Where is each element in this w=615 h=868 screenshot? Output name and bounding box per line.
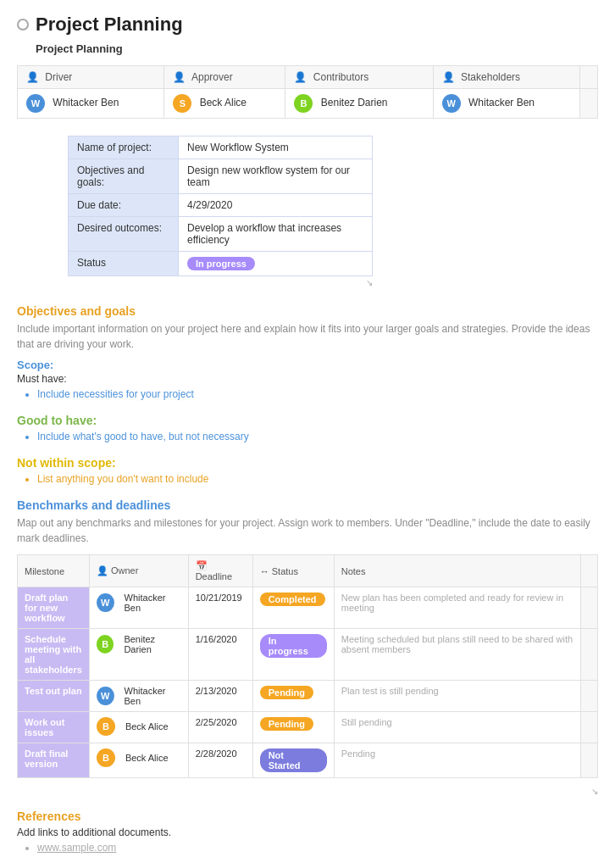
info-label-duedate: Due date:: [69, 194, 179, 217]
milestone-col-deadline: 📅 Deadline: [188, 555, 252, 587]
milestone-owner-5: B Beck Alice: [89, 743, 188, 778]
raci-stakeholder-avatar: W: [442, 94, 461, 113]
status-badge-inprogress: In progress: [187, 257, 255, 270]
milestone-status-5: Not Started: [252, 743, 334, 778]
raci-driver-avatar: W: [26, 94, 45, 113]
milestone-cell-1: Draft plan for new workflow: [18, 587, 90, 629]
milestone-notes-1: New plan has been completed and ready fo…: [334, 587, 580, 629]
raci-col-approver: 👤 Approver: [164, 66, 285, 89]
status-badge-inprogress-2: In progress: [260, 634, 327, 658]
milestone-resize-handle[interactable]: ↘: [17, 787, 598, 796]
milestone-expand-1: [581, 587, 598, 629]
milestone-col-milestone: Milestone: [18, 555, 90, 587]
milestone-status-1: Completed: [252, 587, 334, 629]
milestone-cell-5: Draft final version: [18, 743, 90, 778]
benchmarks-description: Map out any benchmarks and milestones fo…: [17, 515, 598, 546]
milestone-table: Milestone 👤 Owner 📅 Deadline ↔ Status No…: [17, 554, 598, 778]
info-row-objectives: Objectives and goals: Design new workflo…: [69, 159, 373, 194]
info-value-objectives: Design new workflow system for our team: [179, 159, 373, 194]
milestone-owner-2: B Benitez Darien: [89, 629, 188, 681]
milestone-deadline-2: 1/16/2020: [188, 629, 252, 681]
info-label-name: Name of project:: [69, 136, 179, 159]
milestone-col-status: ↔ Status: [252, 555, 334, 587]
raci-contributor-avatar: B: [294, 94, 313, 113]
references-list: www.sample.com: [37, 842, 598, 854]
milestone-col-notes: Notes: [334, 555, 580, 587]
owner-avatar-2: B: [97, 635, 114, 654]
info-table-wrapper: Name of project: New Workflow System Obj…: [68, 136, 373, 287]
good-to-have-item: Include what's good to have, but not nec…: [37, 431, 598, 442]
raci-approver-name: Beck Alice: [200, 97, 247, 108]
milestone-col-owner: 👤 Owner: [89, 555, 188, 587]
raci-contributor-cell: B Benitez Darien: [285, 89, 433, 119]
info-row-duedate: Due date: 4/29/2020: [69, 194, 373, 217]
good-to-have-list: Include what's good to have, but not nec…: [37, 431, 598, 442]
info-row-name: Name of project: New Workflow System: [69, 136, 373, 159]
owner-avatar-4: B: [97, 717, 115, 736]
reference-link[interactable]: www.sample.com: [37, 842, 116, 854]
page-title-row: Project Planning: [17, 14, 598, 36]
resize-handle[interactable]: ↘: [68, 278, 373, 287]
milestone-owner-4: B Beck Alice: [89, 712, 188, 743]
owner-avatar-5: B: [97, 748, 115, 767]
page-title: Project Planning: [36, 14, 183, 36]
milestone-expand-3: [581, 681, 598, 712]
milestone-row-1: Draft plan for new workflow W Whitacker …: [18, 587, 598, 629]
milestone-notes-4: Still pending: [334, 712, 580, 743]
raci-contributor-name: Benitez Darien: [321, 97, 388, 108]
references-description: Add links to additional documents.: [17, 826, 598, 838]
info-row-outcomes: Desired outcomes: Develop a workflow tha…: [69, 217, 373, 252]
milestone-owner-3: W Whitacker Ben: [89, 681, 188, 712]
info-value-outcomes: Develop a workflow that increases effici…: [179, 217, 373, 252]
milestone-expand-5: [581, 743, 598, 778]
milestone-status-3: Pending: [252, 681, 334, 712]
person-icon: 👤: [173, 71, 186, 83]
must-have-item: Include necessities for your project: [37, 388, 598, 400]
raci-col-stakeholders: 👤 Stakeholders: [433, 66, 579, 89]
good-to-have-heading: Good to have:: [17, 414, 598, 427]
milestone-status-4: Pending: [252, 712, 334, 743]
page-subtitle: Project Planning: [36, 42, 598, 55]
link-icon: ↔: [260, 566, 269, 576]
scope-sublabel: Must have:: [17, 373, 598, 385]
milestone-deadline-5: 2/28/2020: [188, 743, 252, 778]
person-icon: 👤: [294, 71, 307, 83]
raci-stakeholder-cell: W Whitacker Ben: [433, 89, 579, 119]
raci-driver-cell: W Whitacker Ben: [18, 89, 164, 119]
milestone-deadline-1: 10/21/2019: [188, 587, 252, 629]
person-icon: 👤: [442, 71, 455, 83]
raci-expand-cell: [580, 89, 598, 119]
benchmarks-heading: Benchmarks and deadlines: [17, 498, 598, 512]
scope-label: Scope:: [17, 359, 598, 371]
milestone-cell-2: Schedule meeting with all stakeholders: [18, 629, 90, 681]
info-label-objectives: Objectives and goals:: [69, 159, 179, 194]
status-badge-pending-4: Pending: [260, 717, 313, 731]
milestone-cell-3: Test out plan: [18, 681, 90, 712]
raci-approver-cell: S Beck Alice: [164, 89, 285, 119]
raci-table: 👤 Driver 👤 Approver 👤 Contributors 👤 Sta…: [17, 65, 598, 119]
raci-driver-name: Whitacker Ben: [53, 97, 119, 108]
info-label-outcomes: Desired outcomes:: [69, 217, 179, 252]
raci-col-driver: 👤 Driver: [18, 66, 164, 89]
raci-expand-col: [580, 66, 598, 89]
milestone-row-2: Schedule meeting with all stakeholders B…: [18, 629, 598, 681]
calendar-icon: 📅: [196, 560, 208, 570]
info-row-status: Status In progress: [69, 252, 373, 276]
milestone-row-3: Test out plan W Whitacker Ben 2/13/2020 …: [18, 681, 598, 712]
person-icon: 👤: [26, 71, 39, 83]
milestone-expand-2: [581, 629, 598, 681]
milestone-expand-col: [581, 555, 598, 587]
objectives-heading: Objectives and goals: [17, 304, 598, 318]
status-badge-pending-3: Pending: [260, 686, 313, 699]
raci-stakeholder-name: Whitacker Ben: [468, 97, 535, 108]
raci-row: W Whitacker Ben S Beck Alice B Benitez D…: [18, 89, 598, 119]
milestone-status-2: In progress: [252, 629, 334, 681]
info-value-name: New Workflow System: [179, 136, 373, 159]
info-label-status: Status: [69, 252, 179, 276]
owner-avatar-3: W: [97, 687, 114, 705]
raci-approver-avatar: S: [173, 94, 191, 113]
objectives-description: Include important information on your pr…: [17, 321, 598, 352]
not-in-scope-list: List anything you don't want to include: [37, 473, 598, 485]
milestone-deadline-4: 2/25/2020: [188, 712, 252, 743]
info-value-duedate: 4/29/2020: [179, 194, 373, 217]
